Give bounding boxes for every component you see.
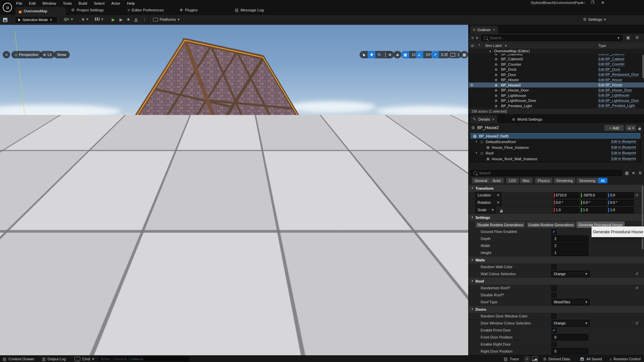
column-item-label[interactable]: Item Label (485, 44, 502, 48)
edit-in-blueprint-link[interactable]: Edit in Blueprint (611, 145, 636, 149)
filter-all[interactable]: All (598, 178, 607, 183)
menu-tools[interactable]: Tools (59, 0, 75, 6)
move-tool-button[interactable]: ✚ (368, 51, 375, 58)
outliner-row[interactable]: ◍BP_Lighthouse_DoorEdit BP_Lighthouse_Do… (469, 98, 644, 103)
tab-world-settings[interactable]: ⊕ World Settings (509, 115, 545, 123)
play-button[interactable]: ▶ (112, 17, 115, 22)
outliner-row[interactable]: ◍BP_HouseEdit BP_House (469, 77, 644, 82)
outliner-settings-gear-icon[interactable]: ⚙ (635, 36, 639, 40)
section-walls[interactable]: ▾ Walls (469, 256, 644, 264)
derived-data-button[interactable]: ≣ Derived Data (543, 357, 570, 361)
reset-icon[interactable]: ↺ (635, 286, 638, 290)
menu-select[interactable]: Select (91, 0, 108, 6)
menu-file[interactable]: File (13, 0, 26, 6)
outliner-root-row[interactable]: ▲ OverviewMap (Editor) (469, 49, 644, 54)
cmd-dropdown[interactable]: ›_ Cmd ▾ (74, 357, 94, 361)
eye-column-icon[interactable]: ⊙ (471, 44, 474, 48)
outliner-row[interactable]: ◍BP_Cabinet2Edit BP_Cabinet (469, 54, 644, 56)
pin-column-icon[interactable]: * (479, 44, 480, 48)
play-options-icon[interactable]: ⋮ (142, 17, 147, 22)
tab-overviewmap[interactable]: ▅ OverviewMap (15, 7, 66, 15)
viewport-3d[interactable]: ≡ ◇ Perspective ◍ Lit Show ✚ ↻ ⊕ ◈ ▦ 10 … (0, 25, 468, 355)
wall-colour-dropdown[interactable]: Orange▾ (551, 271, 590, 277)
settings-button[interactable]: ⚙ Settings ▾ (583, 17, 606, 21)
disable-roof-checkbox[interactable] (551, 293, 556, 298)
save-icon[interactable] (3, 17, 7, 23)
outliner-row[interactable]: ◍BP_House_DoorEdit BP_House_Door (469, 88, 644, 93)
project-settings-button[interactable]: ⚙ Project Settings (71, 8, 104, 12)
favorites-star-icon[interactable]: ★ (632, 171, 635, 175)
menu-edit[interactable]: Edit (26, 0, 39, 6)
outliner-row[interactable]: ◍BP_DockEdit BP_Dock (469, 67, 644, 72)
trace-button[interactable]: ▨ Trace (504, 357, 519, 361)
location-y-field[interactable]: -5970.0 (580, 192, 606, 198)
location-dropdown[interactable]: Location▾ (475, 192, 501, 198)
camera-speed-button[interactable]: ↗ (431, 51, 439, 58)
roof-type-dropdown[interactable]: WoodTiles▾ (551, 299, 590, 305)
random-wall-color-checkbox[interactable] (551, 264, 556, 269)
component-row-selected[interactable]: ◍ BP_House2 (Self) (470, 133, 641, 139)
filter-physics[interactable]: Physics (535, 178, 552, 183)
add-actor-button[interactable]: ◍ + ▾ (64, 17, 73, 21)
section-roof[interactable]: ▾ Roof (469, 278, 644, 285)
select-tool-button[interactable] (360, 51, 368, 58)
details-settings-gear-icon[interactable]: ⚙ (638, 171, 642, 175)
right-door-position-field[interactable]: 0 (551, 348, 588, 354)
menu-help[interactable]: Help (124, 0, 139, 6)
component-row[interactable]: ▾ ◇ Roof Edit in Blueprint (470, 150, 641, 156)
filter-lod[interactable]: LOD (506, 178, 519, 183)
height-field[interactable]: 1 (551, 250, 588, 256)
enable-right-door-checkbox[interactable] (551, 342, 556, 347)
menu-actor[interactable]: Actor (108, 0, 124, 6)
scale-y-field[interactable]: 1.0 (580, 207, 606, 213)
camera-icon[interactable] (448, 51, 458, 58)
depth-field[interactable]: 2 (551, 236, 588, 242)
insights-icon[interactable]: @ (524, 356, 530, 362)
edit-in-blueprint-link[interactable]: Edit in Blueprint (611, 151, 636, 155)
outliner-row[interactable]: ◍BP_DoorEdit BP_Restaurant_Door (469, 72, 644, 77)
editor-preferences-button[interactable]: ≡ Editor Preferences (127, 8, 164, 12)
add-component-button[interactable]: + Add (604, 125, 624, 131)
lit-mode-button[interactable]: ◍ Lit (40, 51, 55, 58)
cinematics-button[interactable]: ▾ (95, 17, 103, 21)
chevron-down-icon[interactable]: ▾ (476, 36, 478, 40)
eye-icon[interactable]: ⊙ (470, 83, 473, 87)
stop-button[interactable]: ■ (127, 17, 129, 22)
edit-in-blueprint-link[interactable]: Edit in Blueprint (611, 139, 636, 144)
content-drawer-button[interactable]: ▤ Content Drawer (3, 357, 34, 361)
grid-snap-button[interactable]: ▦ (401, 51, 409, 58)
perspective-button[interactable]: ◇ Perspective (11, 51, 42, 58)
filter-streaming[interactable]: Streaming (577, 178, 598, 183)
location-x-field[interactable]: 6710.0 (553, 192, 579, 198)
blueprints-button[interactable]: ◈ ▾ (82, 17, 88, 21)
new-folder-icon[interactable]: ▣ (626, 36, 630, 40)
component-row[interactable]: ▾ ◇ DefaultSceneRoot Edit in Blueprint (470, 139, 641, 144)
rotation-dropdown[interactable]: Rotation▾ (475, 199, 501, 206)
close-icon[interactable]: × (493, 28, 495, 32)
outliner-row[interactable]: ◍BP_Pendant_LightEdit BP_Pendant_Light (469, 103, 644, 108)
editor-mode-select[interactable]: Selection Mode ▾ (15, 16, 58, 23)
reset-icon[interactable]: ↺ (635, 272, 638, 276)
filter-general[interactable]: General (472, 178, 490, 183)
blueprint-edit-menu-button[interactable]: ◈ ▾ (626, 125, 636, 131)
lock-icon[interactable] (638, 125, 641, 131)
filter-actor[interactable]: Actor (490, 178, 504, 183)
random-door-window-color-checkbox[interactable] (551, 314, 556, 319)
rotation-z-field[interactable]: 0.0 ° (607, 200, 634, 205)
display-options-icon[interactable]: ▦ (625, 171, 629, 175)
filter-icon[interactable]: ≡ (471, 36, 474, 40)
angle-snap-button[interactable]: ∠ (415, 51, 423, 58)
section-doors[interactable]: ▾ Doors (469, 306, 644, 313)
menu-window[interactable]: Window (39, 0, 59, 6)
outliner-row[interactable]: ◍BP_Cabinet3Edit BP_Cabinet (469, 57, 644, 62)
section-settings[interactable]: ▾ Settings (469, 214, 644, 221)
door-window-colour-dropdown[interactable]: Orange▾ (551, 320, 590, 326)
maximize-viewport-button[interactable]: ▦ (460, 51, 468, 58)
edit-in-blueprint-link[interactable]: Edit in Blueprint (611, 157, 636, 161)
expander-icon[interactable]: ▾ (476, 152, 477, 155)
component-row[interactable]: ▦ House_Floor_Instance Edit in Blueprint (470, 144, 641, 150)
skip-button[interactable]: ▶ (119, 17, 123, 22)
filter-misc[interactable]: Misc (520, 178, 533, 183)
plugins-button[interactable]: ❖ Plugins (179, 8, 198, 12)
platforms-button[interactable]: Platforms ▾ (153, 17, 180, 21)
